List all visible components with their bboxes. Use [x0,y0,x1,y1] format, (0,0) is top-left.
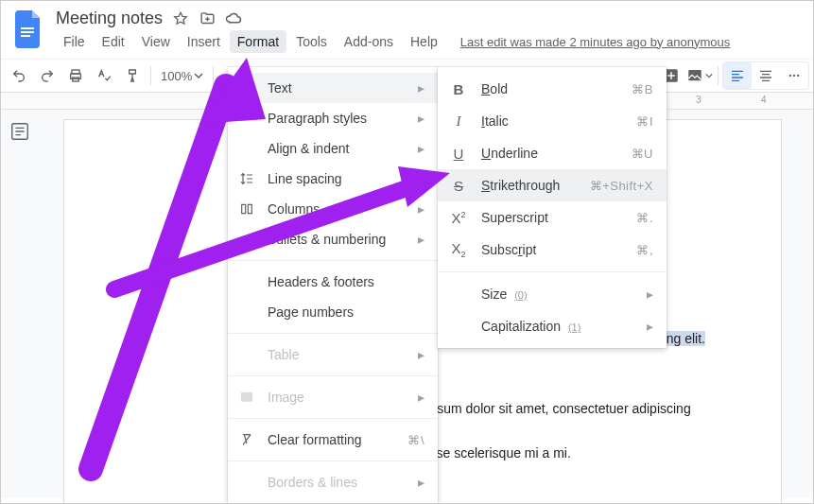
ruler-tick: 4 [761,95,767,105]
text-item-capitalization[interactable]: Capitalization (1)▸ [438,310,667,342]
paint-format-button[interactable] [119,62,146,89]
more-button[interactable] [780,62,808,89]
svg-rect-2 [21,35,30,37]
star-icon[interactable] [172,10,189,27]
format-item-line-spacing[interactable]: Line spacing▸ [228,164,438,194]
format-item-table: Table▸ [228,339,438,370]
text-item-bold[interactable]: BBold⌘B [438,73,667,105]
format-dropdown: Text▸Paragraph styles▸Align & indent▸Lin… [228,67,438,503]
svg-point-9 [793,75,795,77]
svg-point-10 [797,75,799,77]
text-item-superscript[interactable]: X2Superscript⌘. [438,201,667,234]
format-item-image: Image▸ [228,382,438,412]
menu-file[interactable]: File [56,30,93,53]
menu-tools[interactable]: Tools [288,30,335,53]
text-item-underline[interactable]: UUnderline⌘U [438,137,667,169]
move-icon[interactable] [199,10,216,27]
svg-rect-12 [241,392,252,402]
menu-bar: File Edit View Insert Format Tools Add-o… [56,30,802,53]
insert-image-button[interactable] [686,62,713,89]
align-center-button[interactable] [752,62,780,89]
svg-point-8 [789,75,791,77]
format-item-text[interactable]: Text▸ [228,73,438,103]
menu-addons[interactable]: Add-ons [337,30,401,53]
text-item-italic[interactable]: IItalic⌘I [438,105,667,137]
undo-button[interactable] [6,62,32,89]
align-group [722,61,809,90]
text-submenu: BBold⌘BIItalic⌘IUUnderline⌘USStrikethrou… [438,67,667,348]
doc-title[interactable]: Meeting notes [56,9,163,28]
print-button[interactable] [62,62,89,89]
format-item-paragraph-styles[interactable]: Paragraph styles▸ [228,103,438,133]
svg-rect-0 [21,27,34,29]
zoom-select[interactable]: 100% [155,69,209,83]
align-left-button[interactable] [723,62,752,89]
menu-view[interactable]: View [134,30,178,53]
format-item-columns[interactable]: Columns▸ [228,194,438,224]
menu-edit[interactable]: Edit [95,30,132,53]
outline-toggle[interactable] [1,110,39,498]
format-item-clear-formatting[interactable]: Clear formatting⌘\ [228,425,438,455]
svg-rect-1 [21,31,34,33]
format-item-page-numbers[interactable]: Page numbers [228,297,438,327]
format-item-borders-lines: Borders & lines▸ [228,467,438,497]
last-edit-link[interactable]: Last edit was made 2 minutes ago by anon… [460,35,730,49]
svg-rect-7 [688,70,701,80]
format-item-bullets-numbering[interactable]: Bullets & numbering▸ [228,224,438,254]
docs-logo[interactable] [12,9,46,50]
redo-button[interactable] [34,62,61,89]
ruler-tick: 3 [696,95,701,105]
zoom-value: 100% [161,69,192,83]
menu-insert[interactable]: Insert [180,30,228,53]
format-item-headers-footers[interactable]: Headers & footers [228,267,438,297]
spellcheck-button[interactable] [91,62,117,89]
format-item-align-indent[interactable]: Align & indent▸ [228,133,438,164]
text-item-subscript[interactable]: X2Subscript⌘, [438,234,667,266]
text-item-strikethrough[interactable]: SStrikethrough⌘+Shift+X [438,169,667,201]
cloud-status-icon[interactable] [225,10,242,27]
menu-help[interactable]: Help [403,30,445,53]
menu-format[interactable]: Format [230,30,286,53]
text-item-size[interactable]: Size (0)▸ [438,278,667,310]
